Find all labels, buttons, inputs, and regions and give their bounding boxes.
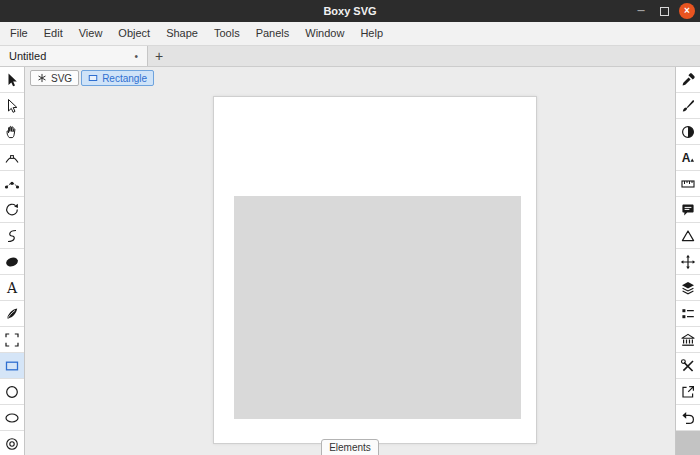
tab-bar: Untitled • +: [0, 46, 700, 67]
menu-object[interactable]: Object: [110, 22, 158, 45]
edit-tool-button[interactable]: [0, 93, 24, 119]
spiral-tool-button[interactable]: [0, 223, 24, 249]
rect-tool-button[interactable]: [0, 353, 24, 379]
library-panel-button[interactable]: [676, 327, 700, 353]
rect-tool-icon: [4, 358, 20, 374]
pen-quill-icon: [4, 306, 20, 322]
ruler-icon: [680, 176, 696, 192]
bank-icon: [680, 332, 696, 348]
triangle-icon: [680, 228, 696, 244]
breadcrumb-rectangle[interactable]: Rectangle: [81, 70, 154, 86]
list-icon: [680, 306, 696, 322]
export-icon: [680, 384, 696, 400]
svg-page[interactable]: [213, 96, 537, 444]
breadcrumb-svg-label: SVG: [51, 73, 72, 84]
close-button[interactable]: ×: [679, 3, 695, 19]
maximize-button[interactable]: [656, 3, 672, 19]
rectangle-icon: [88, 73, 98, 83]
meta-panel-button[interactable]: [676, 197, 700, 223]
text-tool-icon: A: [4, 280, 20, 296]
menu-panels[interactable]: Panels: [248, 22, 298, 45]
rectangle-shape[interactable]: [234, 196, 521, 419]
undo-arrow-icon: [680, 410, 696, 426]
point-transform-tool-button[interactable]: [0, 145, 24, 171]
new-tab-button[interactable]: +: [148, 46, 170, 66]
edit-points-tool-button[interactable]: [0, 171, 24, 197]
typography-glyph: A: [682, 151, 691, 165]
tools-panel-button[interactable]: [676, 353, 700, 379]
scrollbar-thumb[interactable]: [676, 431, 700, 455]
brush-icon: [680, 98, 696, 114]
view-corners-icon: [4, 332, 20, 348]
eyedropper-icon: [680, 72, 696, 88]
pan-hand-icon: [4, 124, 20, 140]
menu-tools[interactable]: Tools: [206, 22, 248, 45]
modified-indicator-icon: •: [134, 51, 138, 62]
breadcrumb-svg[interactable]: SVG: [30, 70, 79, 86]
history-panel-button[interactable]: [676, 405, 700, 431]
minimize-icon: ─: [637, 6, 644, 16]
circle-tool-button[interactable]: [0, 379, 24, 405]
contrast-icon: [680, 124, 696, 140]
menu-shape[interactable]: Shape: [158, 22, 206, 45]
elements-panel-button[interactable]: [676, 301, 700, 327]
text-tool-glyph: A: [6, 280, 18, 296]
fill-panel-button[interactable]: [676, 67, 700, 93]
titlebar: Boxy SVG ─ ×: [0, 0, 700, 22]
typography-panel-button[interactable]: A: [676, 145, 700, 171]
stroke-panel-button[interactable]: [676, 93, 700, 119]
breadcrumb-rectangle-label: Rectangle: [102, 73, 147, 84]
objects-panel-button[interactable]: [676, 275, 700, 301]
left-toolbar: A: [0, 67, 25, 455]
tab-untitled[interactable]: Untitled •: [0, 46, 148, 66]
asterisk-icon: [37, 73, 47, 83]
move-arrows-icon: [680, 254, 696, 270]
maximize-icon: [660, 7, 669, 16]
shape-panel-button[interactable]: [676, 223, 700, 249]
window-controls: ─ ×: [633, 0, 695, 22]
menu-help[interactable]: Help: [352, 22, 391, 45]
canvas[interactable]: SVG Rectangle Elements: [25, 67, 675, 455]
export-panel-button[interactable]: [676, 379, 700, 405]
minimize-button[interactable]: ─: [633, 3, 649, 19]
edit-tool-icon: [4, 98, 20, 114]
transform-tool-icon: [4, 72, 20, 88]
menu-file[interactable]: File: [2, 22, 36, 45]
rotate-tool-button[interactable]: [0, 197, 24, 223]
close-icon: ×: [684, 6, 690, 16]
layers-icon: [680, 280, 696, 296]
transform-tool-button[interactable]: [0, 67, 24, 93]
right-toolbar-scrollbar[interactable]: [676, 431, 700, 455]
circle-tool-icon: [4, 384, 20, 400]
right-toolbar: A: [675, 67, 700, 455]
geometry-panel-button[interactable]: [676, 171, 700, 197]
shapes-tool-icon: [4, 436, 20, 452]
edit-points-icon: [4, 176, 20, 192]
menu-window[interactable]: Window: [297, 22, 352, 45]
breadcrumb: SVG Rectangle: [30, 70, 154, 86]
blob-icon: [4, 254, 20, 270]
menu-edit[interactable]: Edit: [36, 22, 71, 45]
pen-tool-button[interactable]: [0, 301, 24, 327]
compositing-panel-button[interactable]: [676, 119, 700, 145]
typography-icon: A: [680, 150, 696, 166]
rotate-icon: [4, 202, 20, 218]
view-tool-button[interactable]: [0, 327, 24, 353]
spiral-icon: [4, 228, 20, 244]
pan-tool-button[interactable]: [0, 119, 24, 145]
window-title: Boxy SVG: [0, 0, 700, 22]
comment-bubble-icon: [680, 202, 696, 218]
menu-bar: File Edit View Object Shape Tools Panels…: [0, 22, 700, 46]
text-tool-button[interactable]: A: [0, 275, 24, 301]
ellipse-tool-icon: [4, 410, 20, 426]
shapes-tool-button[interactable]: [0, 431, 24, 455]
point-transform-icon: [4, 150, 20, 166]
ellipse-tool-button[interactable]: [0, 405, 24, 431]
elements-panel-toggle[interactable]: Elements: [321, 439, 379, 455]
crossed-tools-icon: [680, 358, 696, 374]
menu-view[interactable]: View: [71, 22, 111, 45]
arrangement-panel-button[interactable]: [676, 249, 700, 275]
tab-label: Untitled: [9, 50, 134, 62]
blob-tool-button[interactable]: [0, 249, 24, 275]
